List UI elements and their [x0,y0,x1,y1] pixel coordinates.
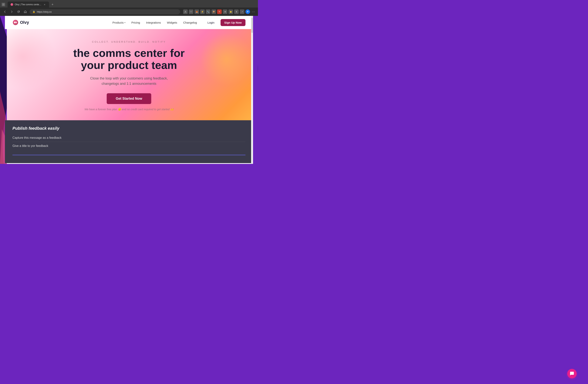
feedback-option-1[interactable]: Capture this message as a feedback [12,134,246,142]
address-bar: 🔒 https://olvy.co A 🛡 🦊 ⚡ 🔧 📦 Y ♻ ⭐ ⬇ ↗ … [0,8,258,16]
logo-text: Olvy [20,20,29,25]
browser-extensions: A 🛡 🦊 ⚡ 🔧 📦 Y ♻ ⭐ ⬇ ↗ P ⋯ [183,9,256,14]
tab-favicon [11,3,13,6]
logo-icon [12,20,19,25]
more-icon[interactable]: ⋯ [251,9,256,14]
navbar: Olvy Products ▾ Pricing Integrations Wid… [5,16,253,29]
star-icon[interactable]: ⭐ [229,9,233,14]
feedback-card-header: Publish feedback easily [12,126,246,131]
home-button[interactable] [23,9,28,14]
signup-button[interactable]: Sign Up Now [221,19,246,26]
nav-integrations[interactable]: Integrations [146,21,161,24]
scrollbar[interactable] [251,16,253,164]
shield-icon[interactable]: 🛡 [189,9,193,14]
extension-5[interactable]: ♻ [223,9,227,14]
hero-tagline: COLLECT. UNDERSTAND. BUILD. NOTIFY [12,40,246,43]
download-icon[interactable]: ⬇ [234,9,239,14]
feedback-option-2-label: Give a title to yor feedback [12,144,48,147]
hero-title: the comms center for your product team [63,47,195,71]
svg-point-4 [14,22,16,23]
hero-title-line2: your product team [81,59,177,71]
url-bar[interactable]: 🔒 https://olvy.co [29,9,180,14]
webpage: Olvy Products ▾ Pricing Integrations Wid… [5,16,253,164]
url-text: https://olvy.co [37,10,52,13]
translate-icon[interactable]: A [183,9,188,14]
svg-rect-1 [2,4,4,5]
logo[interactable]: Olvy [12,20,29,25]
new-tab-button[interactable]: + [50,2,55,7]
hero-subtitle: Close the loop with your customers using… [82,76,176,87]
nav-actions: Login Sign Up Now [205,19,246,26]
login-button[interactable]: Login [205,20,217,26]
nav-links: Products ▾ Pricing Integrations Widgets … [113,21,197,24]
feedback-title-input[interactable] [12,148,246,155]
feedback-card-section: Publish feedback easily Capture this mes… [5,120,253,163]
nav-widgets[interactable]: Widgets [167,21,177,24]
svg-rect-0 [2,4,4,4]
active-tab[interactable]: Olvy | The comms center for y ✕ [8,1,49,8]
svg-point-5 [16,22,17,23]
share-icon[interactable]: ↗ [240,9,244,14]
feedback-option-2: Give a title to yor feedback [12,142,246,158]
hero-section: COLLECT. UNDERSTAND. BUILD. NOTIFY the c… [5,29,253,120]
scrollbar-thumb[interactable] [251,18,253,33]
products-chevron: ▾ [125,21,125,24]
extension-2[interactable]: 🔧 [206,9,210,14]
sidebar-toggle-icon[interactable] [1,3,5,6]
refresh-button[interactable] [16,9,21,14]
tab-title: Olvy | The comms center for y [15,3,42,6]
tab-close-button[interactable]: ✕ [43,3,46,6]
extension-4[interactable]: Y [217,9,222,14]
nav-changelog[interactable]: Changelog [183,21,197,24]
browser-chrome: Olvy | The comms center for y ✕ + [0,0,258,16]
forward-button[interactable] [9,9,14,14]
lock-icon: 🔒 [32,10,35,13]
hero-title-line1: the comms center for [73,47,185,59]
profile-icon[interactable]: P [246,9,250,14]
extension-3[interactable]: 📦 [211,9,216,14]
extension-1[interactable]: ⚡ [200,9,205,14]
tab-bar: Olvy | The comms center for y ✕ + [0,0,258,8]
nav-products[interactable]: Products ▾ [113,21,125,24]
hero-note: We have a forever free plan 😊 and no cre… [12,108,246,111]
back-button[interactable] [2,9,8,14]
browser-window-actions [1,3,5,6]
nav-pricing[interactable]: Pricing [131,21,140,24]
fox-icon[interactable]: 🦊 [194,9,199,14]
cta-button[interactable]: Get Started Now [107,93,151,104]
svg-rect-2 [2,5,4,5]
